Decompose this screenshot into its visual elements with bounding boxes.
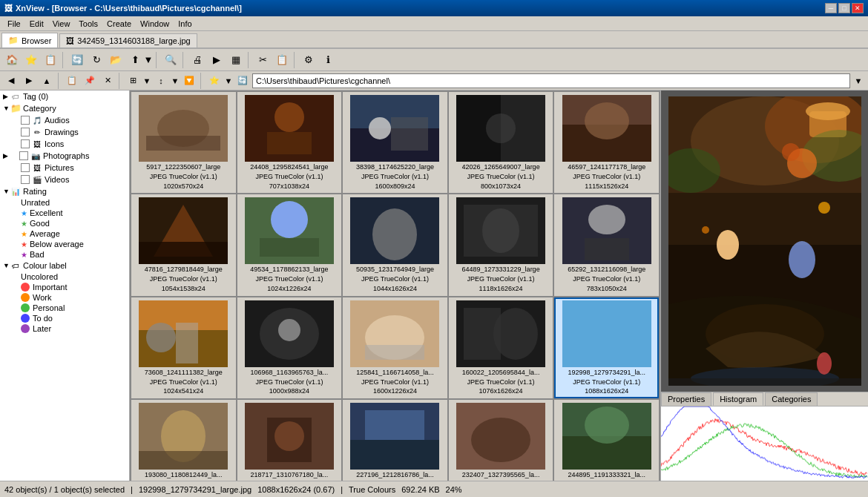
videos-checkbox[interactable] — [21, 175, 30, 184]
thumb-item[interactable]: 65292_1312116098_large JPEG TrueColor (v… — [554, 194, 659, 295]
thumb-item[interactable]: 46597_1241177178_large JPEG TrueColor (v… — [554, 92, 659, 193]
toolbar-move[interactable]: ✂ — [254, 51, 272, 69]
tree-arrow-colour[interactable]: ▼ — [3, 262, 10, 269]
sidebar-item-videos[interactable]: 🎬 Videos — [0, 174, 129, 185]
toolbar-slide[interactable]: ▶ — [208, 51, 226, 69]
toolbar-info[interactable]: ℹ — [319, 51, 337, 69]
thumb-item[interactable]: 218717_1310767180_la... JPEG TrueColor (… — [237, 400, 342, 481]
sidebar-item-tag[interactable]: ▶ 🏷 Tag (0) — [0, 90, 129, 102]
menu-window[interactable]: Window — [136, 18, 174, 30]
thumb-item[interactable]: 106968_1163965763_la... JPEG TrueColor (… — [237, 297, 342, 398]
thumb-item[interactable]: 227196_1212816786_la... JPEG TrueColor (… — [343, 400, 447, 481]
nav-up[interactable]: ▲ — [39, 73, 55, 88]
nav-sort[interactable]: ↕ — [153, 73, 169, 88]
tree-arrow-category[interactable]: ▼ — [3, 105, 10, 112]
nav-path-dropdown[interactable]: ▼ — [852, 73, 865, 88]
nav-view[interactable]: ⊞ — [125, 73, 141, 88]
sidebar-item-bad[interactable]: ★ Bad — [0, 249, 129, 260]
tab-properties[interactable]: Properties — [661, 392, 711, 406]
thumb-item[interactable]: 42026_1265649007_large JPEG TrueColor (v… — [449, 92, 553, 193]
thumb-item[interactable]: 49534_1178862133_large JPEG TrueColor (v… — [237, 194, 342, 295]
tree-arrow-tag[interactable]: ▶ — [3, 93, 10, 100]
audios-checkbox[interactable] — [21, 116, 30, 125]
maximize-button[interactable]: □ — [838, 3, 850, 13]
photographs-checkbox[interactable] — [19, 151, 28, 160]
path-bar[interactable]: C:\Users\thibaud\Pictures\cgchannel\ — [252, 73, 850, 88]
toolbar-dropdown-arrow[interactable]: ▼ — [144, 51, 153, 69]
sidebar-item-unrated[interactable]: Unrated — [0, 197, 129, 208]
toolbar-search[interactable]: 🔍 — [162, 51, 180, 69]
toolbar-folder-up[interactable]: 📂 — [107, 51, 125, 69]
sidebar-item-later[interactable]: Later — [0, 323, 129, 334]
thumb-item[interactable]: 232407_1327395565_la... JPEG TrueColor (… — [449, 400, 553, 481]
nav-copy[interactable]: 📋 — [64, 73, 80, 88]
nav-filter[interactable]: 🔽 — [181, 73, 197, 88]
thumb-item[interactable]: 64489_1273331229_large JPEG TrueColor (v… — [449, 194, 553, 295]
nav-bookmark-dropdown[interactable]: ▼ — [224, 73, 233, 88]
close-button[interactable]: ✕ — [852, 3, 864, 13]
toolbar-refresh[interactable]: 🔄 — [68, 51, 86, 69]
menu-info[interactable]: Info — [174, 18, 196, 30]
toolbar-favorites[interactable]: ⭐ — [22, 51, 40, 69]
sidebar-item-below-average[interactable]: ★ Below average — [0, 239, 129, 249]
thumb-item[interactable]: 50935_1231764949_large JPEG TrueColor (v… — [343, 194, 447, 295]
pictures-checkbox[interactable] — [21, 163, 30, 172]
sidebar-item-excellent[interactable]: ★ Excellent — [0, 208, 129, 218]
sidebar-item-personal[interactable]: Personal — [0, 303, 129, 313]
tree-arrow-rating[interactable]: ▼ — [3, 188, 10, 195]
tab-categories[interactable]: Categories — [765, 392, 818, 406]
sidebar-item-drawings[interactable]: ✏ Drawings — [0, 126, 129, 138]
sidebar-item-audios[interactable]: 🎵 Audios — [0, 114, 129, 126]
thumb-item[interactable]: 38398_1174625220_large JPEG TrueColor (v… — [343, 92, 447, 193]
sidebar-item-important[interactable]: Important — [0, 282, 129, 292]
tab-histogram[interactable]: Histogram — [713, 392, 763, 406]
tree-arrow-photographs[interactable]: ▶ — [3, 152, 10, 159]
nav-refresh[interactable]: 🔄 — [234, 73, 251, 88]
menu-tools[interactable]: Tools — [74, 18, 102, 30]
sidebar-item-photographs[interactable]: ▶ 📷 Photographs — [0, 150, 129, 162]
menu-edit[interactable]: Edit — [25, 18, 48, 30]
sidebar-item-uncolored[interactable]: Uncolored — [0, 271, 129, 282]
toolbar-folder-up2[interactable]: ⬆ — [126, 51, 144, 69]
tab-browser[interactable]: 📁 Browser — [1, 33, 58, 47]
sidebar-item-average[interactable]: ★ Average — [0, 228, 129, 239]
nav-view-dropdown[interactable]: ▼ — [142, 73, 151, 88]
thumb-item[interactable]: 193080_1180812449_la... JPEG TrueColor (… — [131, 400, 236, 481]
sidebar-item-rating[interactable]: ▼ 📊 Rating — [0, 185, 129, 197]
sidebar-item-good[interactable]: ★ Good — [0, 218, 129, 228]
toolbar-home[interactable]: 🏠 — [3, 51, 21, 69]
nav-sort-dropdown[interactable]: ▼ — [171, 73, 180, 88]
thumb-item[interactable]: 73608_1241111382_large JPEG TrueColor (v… — [131, 297, 236, 398]
thumb-item-selected[interactable]: 192998_1279734291_la... JPEG TrueColor (… — [554, 297, 659, 398]
sidebar-item-icons[interactable]: 🖼 Icons — [0, 138, 129, 150]
thumb-item[interactable]: 47816_1279818449_large JPEG TrueColor (v… — [131, 194, 236, 295]
tab-image[interactable]: 🖼 342459_1314603188_large.jpg — [59, 33, 197, 47]
toolbar-settings[interactable]: ⚙ — [300, 51, 318, 69]
toolbar-thumb[interactable]: ▦ — [227, 51, 245, 69]
sidebar-item-todo[interactable]: To do — [0, 313, 129, 323]
toolbar-refresh2[interactable]: ↻ — [88, 51, 105, 69]
sidebar-item-pictures[interactable]: 🖼 Pictures — [0, 162, 129, 174]
menu-create[interactable]: Create — [102, 18, 136, 30]
nav-bookmark[interactable]: ⭐ — [206, 73, 223, 88]
drawings-checkbox[interactable] — [21, 128, 30, 136]
menu-file[interactable]: File — [3, 18, 25, 30]
toolbar-catalog[interactable]: 📋 — [42, 51, 59, 69]
nav-back[interactable]: ◀ — [3, 73, 19, 88]
thumb-item[interactable]: 160022_1205695844_la... JPEG TrueColor (… — [449, 297, 553, 398]
thumb-item[interactable]: 24408_1295824541_large JPEG TrueColor (v… — [237, 92, 342, 193]
sidebar-item-category[interactable]: ▼ 📁 Category — [0, 102, 129, 114]
sidebar-item-colour-label[interactable]: ▼ 🏷 Colour label — [0, 260, 129, 271]
toolbar-print[interactable]: 🖨 — [188, 51, 206, 69]
icons-checkbox[interactable] — [21, 139, 30, 148]
thumb-item[interactable]: 244895_1191333321_la... JPEG TrueColor (… — [554, 400, 659, 481]
thumb-item[interactable]: 5917_1222350607_large JPEG TrueColor (v1… — [131, 92, 236, 193]
sidebar-item-work[interactable]: Work — [0, 292, 129, 303]
minimize-button[interactable]: ─ — [825, 3, 837, 13]
menu-view[interactable]: View — [48, 18, 75, 30]
nav-forward[interactable]: ▶ — [21, 73, 37, 88]
nav-delete[interactable]: ✕ — [99, 73, 116, 88]
toolbar-copy[interactable]: 📋 — [273, 51, 291, 69]
thumb-item[interactable]: 125841_1166714058_la... JPEG TrueColor (… — [343, 297, 447, 398]
nav-paste[interactable]: 📌 — [82, 73, 98, 88]
